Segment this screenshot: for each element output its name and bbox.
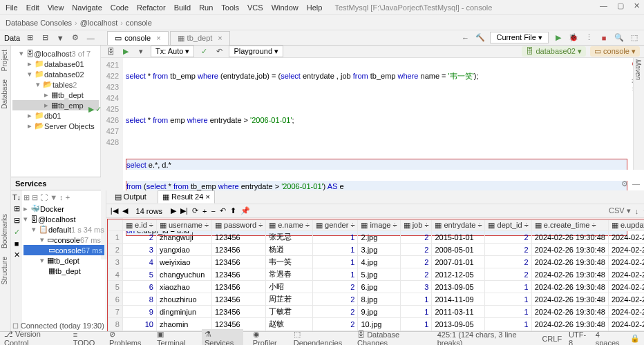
tree-database02[interactable]: ▾📁 database02 xyxy=(12,69,99,79)
dbchanges-status[interactable]: 🗄 Database Changes xyxy=(357,331,428,346)
table-row[interactable]: 23yangxiao123456杨逍13.jpg22008-05-0122024… xyxy=(108,244,644,256)
menu-file[interactable]: File xyxy=(6,3,18,12)
vc-status[interactable]: ⎇ Version Control xyxy=(4,330,64,345)
svc-console-1[interactable]: ▾▭ console 67 ms xyxy=(23,235,104,245)
col-username[interactable]: ▦ username ÷ xyxy=(156,220,211,231)
add-row-icon[interactable]: + xyxy=(202,207,207,215)
indent[interactable]: 4 spaces xyxy=(596,331,623,346)
table-row[interactable]: 68zhouzhiruo123456周芷若28.jpg12014-11-0912… xyxy=(108,293,644,306)
table-row[interactable]: 34weiyixiao123456韦一笑14.jpg22007-01-01220… xyxy=(108,256,644,268)
minus-icon[interactable]: — xyxy=(85,32,96,43)
col-job[interactable]: ▦ job ÷ xyxy=(400,220,432,231)
remove-row-icon[interactable]: − xyxy=(211,207,215,215)
menu-build[interactable]: Build xyxy=(174,3,191,12)
search-icon[interactable]: 🔍 xyxy=(614,32,625,43)
problems-status[interactable]: ⊘ Problems xyxy=(109,330,147,345)
stop-icon[interactable]: ■ xyxy=(598,32,609,43)
close-icon[interactable]: ✕ xyxy=(634,1,640,10)
bookmarks-tab[interactable]: Bookmarks xyxy=(0,210,9,253)
svc-console-2[interactable]: ▭ console 67 ms xyxy=(23,245,104,255)
crumb-3[interactable]: console xyxy=(126,19,152,27)
project-tab[interactable]: Project xyxy=(0,46,9,75)
result-tab[interactable]: ▦ Result 24 × xyxy=(158,190,215,204)
menu-refactor[interactable]: Refactor xyxy=(137,3,166,12)
table-row[interactable]: 810zhaomin123456赵敏210.jpg12013-09-051202… xyxy=(108,318,644,331)
rollback-icon[interactable]: ↶ xyxy=(214,46,225,57)
refresh-icon[interactable]: ⟳ xyxy=(192,206,198,215)
db-icon[interactable]: 🗄 xyxy=(105,46,116,57)
profiler-status[interactable]: ◉ Profiler xyxy=(253,330,284,345)
col-image[interactable]: ▦ image ÷ xyxy=(358,220,400,231)
tree-db01[interactable]: ▸📁 db01 xyxy=(12,110,99,121)
last-page-icon[interactable]: ▶| xyxy=(180,206,188,215)
menu-navigate[interactable]: Navigate xyxy=(72,3,102,12)
close-tab-icon[interactable]: × xyxy=(218,34,222,42)
prev-page-icon[interactable]: ◀ xyxy=(122,206,128,215)
debug-icon[interactable]: 🐞 xyxy=(568,32,579,43)
hide-icon[interactable]: — xyxy=(632,179,640,188)
output-tab[interactable]: ▤ Output xyxy=(111,191,151,203)
collapse-icon[interactable]: ⊟ xyxy=(39,32,50,43)
table-row[interactable]: 45changyuchun123456常遇春15.jpg22012-12-052… xyxy=(108,268,644,281)
svc-tb-dept-1[interactable]: ▾▦ tb_dept xyxy=(23,255,104,266)
col-gender[interactable]: ▦ gender ÷ xyxy=(313,220,358,231)
more-icon[interactable]: ⋮ xyxy=(583,32,594,43)
structure-tab[interactable]: Structure xyxy=(0,253,9,289)
maven-tab[interactable]: Maven xyxy=(634,57,643,83)
menu-code[interactable]: Code xyxy=(111,3,129,12)
next-page-icon[interactable]: ▶ xyxy=(171,206,176,215)
tree-server-objects[interactable]: ▸📂 Server Objects xyxy=(12,121,99,131)
line-sep[interactable]: CRLF xyxy=(542,335,562,343)
tree-tb-emp[interactable]: ▸▦ tb_emp xyxy=(12,100,99,110)
tree-tb-dept[interactable]: ▸▦ tb_dept xyxy=(12,90,99,100)
svc-tb-dept-2[interactable]: ▦ tb_dept xyxy=(23,266,104,276)
menu-view[interactable]: View xyxy=(48,3,64,12)
close-tab-icon[interactable]: × xyxy=(156,34,160,42)
menu-run[interactable]: Run xyxy=(199,3,213,12)
col-dept-id[interactable]: ▦ dept_id ÷ xyxy=(485,220,531,231)
playground-selector[interactable]: Playground ▾ xyxy=(229,46,283,57)
col-name[interactable]: ▦ e.name ÷ xyxy=(266,220,313,231)
minimize-icon[interactable]: — xyxy=(600,1,607,10)
config-icon[interactable]: ▾ xyxy=(135,46,146,57)
crumb-1[interactable]: Database Consoles xyxy=(6,19,72,27)
tab-console[interactable]: ▭console× xyxy=(107,31,168,45)
menu-help[interactable]: Help xyxy=(307,3,323,12)
filter-icon[interactable]: T↓ xyxy=(12,193,21,201)
expand-icon[interactable]: ⊞ xyxy=(24,32,35,43)
tree-tables[interactable]: ▾📂 tables 2 xyxy=(12,79,99,90)
result-grid[interactable]: ▦ e.id ÷ ▦ username ÷ ▦ password ÷ ▦ e.n… xyxy=(107,219,644,342)
menu-window[interactable]: Window xyxy=(272,3,299,12)
tree-database01[interactable]: ▸📁 database01 xyxy=(12,59,99,69)
col-update-time[interactable]: ▦ e.update_time xyxy=(608,220,644,231)
col-create-time[interactable]: ▦ e.create_time ÷ xyxy=(531,220,608,231)
svc-docker[interactable]: ▸🐳 Docker xyxy=(23,204,104,214)
csv-export[interactable]: CSV ▾ xyxy=(609,206,631,215)
col-password[interactable]: ▦ password ÷ xyxy=(211,220,265,231)
hammer-icon[interactable]: 🔨 xyxy=(475,32,486,43)
encoding[interactable]: UTF-8 xyxy=(569,331,589,346)
gear-icon[interactable]: ⚙ xyxy=(70,32,81,43)
filter-icon[interactable]: ▼ xyxy=(55,32,66,43)
table-row[interactable]: 79dingminjun123456丁敏君29.jpg12011-03-1112… xyxy=(108,306,644,318)
maximize-icon[interactable]: ▢ xyxy=(617,1,624,10)
back-icon[interactable]: ← xyxy=(460,32,471,43)
col-entrydate[interactable]: ▦ entrydate ÷ xyxy=(432,220,485,231)
play-icon[interactable]: ▶ xyxy=(553,32,564,43)
services-status[interactable]: ⚗ Services xyxy=(202,329,243,345)
expand-icon[interactable]: ⊞ xyxy=(14,204,20,213)
revert-icon[interactable]: ↶ xyxy=(220,206,226,215)
table-row[interactable]: 12zhangwuji123456张无忌12.jpg22015-01-01220… xyxy=(108,231,644,244)
run-query-icon[interactable]: ▶ xyxy=(120,46,131,57)
tx-mode-selector[interactable]: Tx: Auto ▾ xyxy=(151,46,194,57)
svc-localhost[interactable]: ▾🗄 @localhost xyxy=(23,214,104,224)
col-id[interactable]: ▦ e.id ÷ xyxy=(122,220,156,231)
deps-status[interactable]: ⬚ Dependencies xyxy=(294,330,348,345)
run-config-selector[interactable]: Current File ▾ xyxy=(490,32,549,43)
check-icon[interactable]: ✓ xyxy=(14,228,20,237)
menu-tools[interactable]: Tools xyxy=(221,3,239,12)
pin-icon[interactable]: 📌 xyxy=(240,206,250,215)
terminal-status[interactable]: ▣ Terminal xyxy=(157,330,192,345)
console-badge[interactable]: ▭ console ▾ xyxy=(590,46,640,57)
tree-localhost[interactable]: ▾🗄 @localhost 3 of 7 xyxy=(12,48,99,59)
